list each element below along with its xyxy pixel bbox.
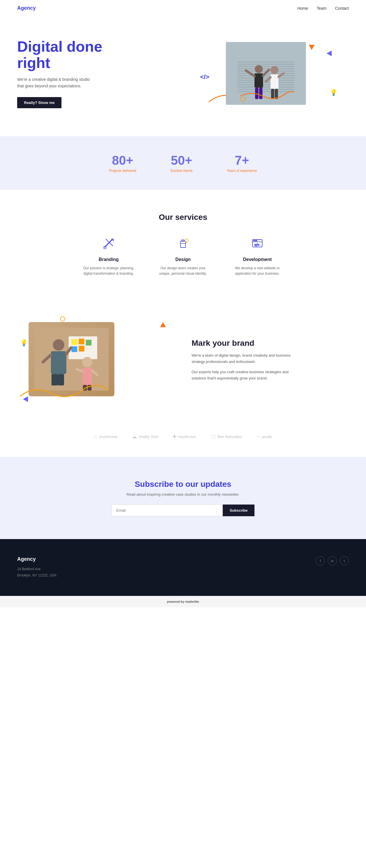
social-twitter-icon[interactable]: t <box>340 556 349 565</box>
svg-point-45 <box>256 240 257 241</box>
navbar: Agency Home Team Contact <box>0 0 366 16</box>
subscribe-description: Read about inspiring creative case studi… <box>17 492 349 497</box>
bee-icon: ⬡ <box>211 433 216 440</box>
stat-clients: 50+ Excited clients <box>171 153 193 173</box>
subscribe-email-input[interactable] <box>112 504 223 516</box>
client-bee: ⬡ Bee Naturalles. <box>211 433 243 440</box>
nav-links: Home Team Contact <box>298 6 349 11</box>
services-section: Our services Branding Our passion is str… <box>0 190 366 299</box>
svg-text:</>: </> <box>254 243 259 246</box>
service-branding-desc: Our passion is strategic planning, digit… <box>80 266 137 276</box>
stat-projects: 80+ Projects delivered <box>109 153 136 173</box>
smarthome-icon: ⌂ <box>94 434 97 440</box>
client-healthcare-label: healthcare. <box>178 435 197 439</box>
brand-title: Mark your brand <box>192 339 349 348</box>
subscribe-button[interactable]: Subscribe <box>223 504 254 516</box>
client-ycode-label: ycode <box>262 435 272 439</box>
brand-paragraph2: Our experts help you craft creative busi… <box>192 369 294 381</box>
design-icon <box>154 236 212 253</box>
service-development-desc: We develop a new website or application … <box>229 266 286 276</box>
footer-address: 24 Bedford Ave Brooklyn, NY 11222, USA <box>17 566 57 579</box>
hero-image <box>226 42 306 105</box>
svg-point-21 <box>271 66 279 74</box>
service-card-development: </> Development We develop a new website… <box>229 236 286 276</box>
brand-section: 💡 <box>0 299 366 425</box>
svg-point-15 <box>255 65 263 73</box>
svg-line-31 <box>104 239 113 248</box>
hero-text: Digital done right We're a creative digi… <box>17 38 183 108</box>
hero-people-image <box>226 42 306 105</box>
people-svg <box>237 59 294 105</box>
nav-item-home[interactable]: Home <box>298 6 308 11</box>
nav-item-team[interactable]: Team <box>317 6 327 11</box>
svg-line-32 <box>105 240 112 246</box>
ycode-icon: ~ <box>257 434 260 440</box>
svg-rect-52 <box>72 346 77 352</box>
svg-point-43 <box>254 240 254 241</box>
brand-image-area: 💡 <box>17 316 174 408</box>
branding-icon <box>80 236 137 253</box>
svg-rect-53 <box>79 346 84 351</box>
services-grid: Branding Our passion is strategic planni… <box>17 236 349 276</box>
nav-logo[interactable]: Agency <box>17 5 36 11</box>
stat-years-number: 7+ <box>227 153 257 167</box>
deco-circle-yellow-icon <box>240 97 245 102</box>
subscribe-title: Subscribe to our updates <box>17 480 349 489</box>
service-design-desc: Our design team creates your unique, per… <box>154 266 212 276</box>
brand-deco-circle-icon <box>60 316 65 321</box>
footer: Agency 24 Bedford Ave Brooklyn, NY 11222… <box>0 539 366 596</box>
mailer-prefix: powered by <box>167 600 185 603</box>
deco-bulb-icon: 💡 <box>330 89 337 96</box>
hero-headline: Digital done right <box>17 38 183 71</box>
nav-item-contact[interactable]: Contact <box>335 6 349 11</box>
brand-text: Mark your brand We're a team of digital … <box>192 339 349 385</box>
svg-point-38 <box>185 239 188 242</box>
footer-brand: Agency 24 Bedford Ave Brooklyn, NY 11222… <box>17 556 57 579</box>
subscribe-section: Subscribe to our updates Read about insp… <box>0 457 366 539</box>
service-design-name: Design <box>154 257 212 262</box>
brand-deco-bulb-icon: 💡 <box>20 339 28 347</box>
stat-clients-number: 50+ <box>171 153 193 167</box>
service-card-branding: Branding Our passion is strategic planni… <box>80 236 137 276</box>
deco-triangle-orange-icon <box>309 45 314 50</box>
client-bee-label: Bee Naturalles. <box>218 435 243 439</box>
client-vitality-label: Vitality Shot <box>139 435 158 439</box>
svg-rect-50 <box>79 339 84 344</box>
hero-section: Digital done right We're a creative digi… <box>0 16 366 136</box>
footer-inner: Agency 24 Bedford Ave Brooklyn, NY 11222… <box>17 556 349 579</box>
svg-rect-51 <box>86 340 91 345</box>
service-card-design: Design Our design team creates your uniq… <box>154 236 212 276</box>
svg-rect-16 <box>254 73 263 88</box>
stat-projects-label: Projects delivered <box>109 169 136 173</box>
services-title: Our services <box>17 213 349 222</box>
stat-years: 7+ Years of experience <box>227 153 257 173</box>
stat-clients-label: Excited clients <box>171 169 193 173</box>
subscribe-form: Subscribe <box>112 504 254 516</box>
client-healthcare: ✚ healthcare. <box>172 433 197 440</box>
footer-social: f in t <box>316 556 349 565</box>
hero-image-area: 💡 </> <box>183 33 349 113</box>
vitality-icon: ☁ <box>132 433 137 440</box>
client-smarthome: ⌂ smarthome <box>94 434 117 440</box>
brand-paragraph1: We're a team of digital design, brand cr… <box>192 352 294 365</box>
client-vitality: ☁ Vitality Shot <box>132 433 158 440</box>
brand-people-svg <box>34 328 109 391</box>
svg-point-54 <box>53 339 64 351</box>
svg-rect-33 <box>180 241 186 248</box>
brand-wave-decoration <box>17 382 109 399</box>
svg-point-60 <box>82 357 92 367</box>
client-ycode: ~ ycode <box>257 434 272 440</box>
mailer-footer: powered by mailerlite <box>0 596 366 607</box>
clients-section: ⌂ smarthome ☁ Vitality Shot ✚ healthcare… <box>0 425 366 457</box>
social-linkedin-icon[interactable]: in <box>328 556 337 565</box>
svg-rect-23 <box>271 89 274 99</box>
hero-cta-button[interactable]: Really? Show me <box>17 97 61 108</box>
deco-code-icon: </> <box>200 73 209 81</box>
stats-section: 80+ Projects delivered 50+ Excited clien… <box>0 136 366 190</box>
stat-projects-number: 80+ <box>109 153 136 167</box>
svg-point-44 <box>255 240 256 241</box>
social-facebook-icon[interactable]: f <box>316 556 325 565</box>
deco-triangle-purple-icon <box>327 51 332 56</box>
hero-description: We're a creative digital & branding stud… <box>17 76 91 89</box>
svg-rect-55 <box>51 351 66 374</box>
